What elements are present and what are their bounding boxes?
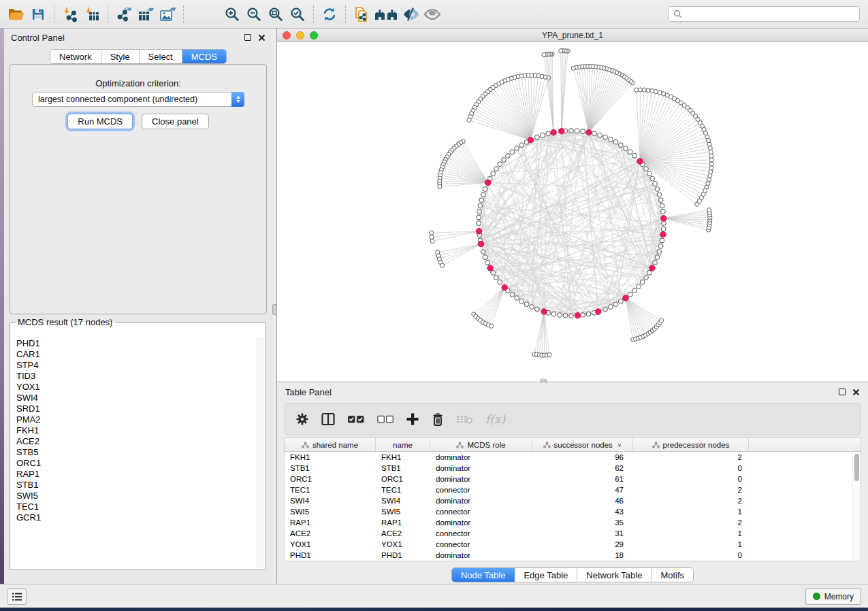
network-node[interactable] bbox=[575, 129, 579, 133]
network-node[interactable] bbox=[618, 299, 623, 303]
network-node[interactable] bbox=[640, 280, 645, 284]
network-node[interactable] bbox=[581, 313, 585, 318]
network-hub-node[interactable] bbox=[487, 265, 494, 271]
network-node[interactable] bbox=[642, 88, 646, 92]
network-node[interactable] bbox=[430, 239, 434, 243]
network-hub-node[interactable] bbox=[551, 129, 557, 135]
table-row[interactable]: SWI4SWI4dominator462 bbox=[285, 495, 861, 506]
network-node[interactable] bbox=[481, 250, 485, 254]
network-node[interactable] bbox=[483, 187, 487, 192]
zoom-fit-button[interactable] bbox=[265, 4, 287, 24]
table-cell[interactable]: ORC1 bbox=[376, 475, 430, 483]
network-node[interactable] bbox=[638, 88, 642, 92]
network-node[interactable] bbox=[498, 162, 502, 167]
table-cell[interactable]: connector bbox=[430, 508, 532, 516]
table-cell[interactable]: 43 bbox=[532, 508, 633, 516]
open-folder-button[interactable] bbox=[5, 4, 27, 24]
network-node[interactable] bbox=[477, 210, 482, 214]
network-node[interactable] bbox=[438, 184, 442, 188]
table-row[interactable]: RAP1RAP1dominator352 bbox=[285, 517, 861, 528]
zoom-out-button[interactable] bbox=[243, 4, 265, 24]
network-node[interactable] bbox=[603, 307, 608, 312]
zoom-in-button[interactable] bbox=[221, 4, 243, 24]
network-node[interactable] bbox=[647, 171, 652, 176]
network-node[interactable] bbox=[547, 352, 551, 357]
network-node[interactable] bbox=[558, 313, 562, 318]
save-session-button[interactable] bbox=[27, 4, 49, 24]
network-node[interactable] bbox=[551, 312, 556, 316]
network-node[interactable] bbox=[494, 276, 499, 280]
network-node[interactable] bbox=[506, 153, 511, 158]
export-table-button[interactable] bbox=[135, 4, 157, 24]
network-node[interactable] bbox=[658, 198, 663, 203]
mcds-result-list[interactable]: PHD1CAR1STP4TID3YOX1SWI4SRD1PMA2FKH1ACE2… bbox=[11, 337, 256, 568]
table-row[interactable]: STB1STB1dominator620 bbox=[285, 463, 861, 474]
table-cell[interactable]: 2 bbox=[633, 486, 749, 494]
network-node[interactable] bbox=[477, 215, 481, 220]
close-panel-button[interactable]: Close panel bbox=[142, 114, 209, 129]
mcds-list-scrollbar[interactable] bbox=[257, 337, 264, 568]
search-input[interactable] bbox=[686, 10, 854, 19]
table-cell[interactable]: ACE2 bbox=[376, 529, 430, 538]
delete-table-icon[interactable] bbox=[456, 413, 474, 425]
network-hub-node[interactable] bbox=[575, 312, 581, 318]
apply-layout-button[interactable] bbox=[319, 4, 340, 24]
network-node[interactable] bbox=[546, 131, 551, 136]
table-cell[interactable]: PHD1 bbox=[376, 551, 430, 559]
network-node[interactable] bbox=[708, 146, 712, 150]
table-cell[interactable]: dominator bbox=[430, 497, 532, 505]
table-cell[interactable]: SWI4 bbox=[376, 497, 430, 505]
network-node[interactable] bbox=[515, 296, 519, 301]
network-node[interactable] bbox=[592, 131, 596, 136]
network-node[interactable] bbox=[581, 129, 585, 134]
mcds-list-item[interactable]: GCR1 bbox=[16, 512, 256, 523]
table-cell[interactable]: SWI5 bbox=[376, 508, 430, 516]
network-node[interactable] bbox=[661, 227, 666, 231]
scrollbar-thumb[interactable] bbox=[854, 454, 859, 481]
duplicate-network-button[interactable] bbox=[351, 4, 372, 24]
table-cell[interactable]: dominator bbox=[430, 518, 532, 527]
network-node[interactable] bbox=[662, 221, 666, 226]
mcds-list-item[interactable]: STB1 bbox=[16, 480, 256, 491]
table-cell[interactable]: 47 bbox=[532, 486, 633, 494]
table-cell[interactable]: 2 bbox=[633, 453, 749, 461]
criterion-dropdown[interactable]: largest connected component (undirected) bbox=[32, 92, 244, 107]
network-node[interactable] bbox=[510, 292, 515, 297]
network-node[interactable] bbox=[541, 133, 545, 137]
mcds-list-item[interactable]: STP4 bbox=[16, 360, 256, 371]
table-row[interactable]: ACE2ACE2connector311 bbox=[285, 528, 861, 539]
table-cell[interactable]: 1 bbox=[633, 540, 749, 548]
export-network-button[interactable] bbox=[113, 4, 135, 24]
tab-select[interactable]: Select bbox=[139, 50, 182, 63]
network-node[interactable] bbox=[603, 135, 608, 139]
network-hub-node[interactable] bbox=[586, 129, 592, 135]
mcds-list-item[interactable]: ORC1 bbox=[16, 458, 256, 469]
network-node[interactable] bbox=[628, 150, 632, 154]
table-cell[interactable]: dominator bbox=[430, 464, 532, 472]
network-node[interactable] bbox=[654, 90, 658, 94]
network-node[interactable] bbox=[519, 143, 524, 148]
table-cell[interactable]: TEC1 bbox=[376, 486, 430, 494]
table-scrollbar[interactable] bbox=[852, 452, 860, 560]
mcds-list-item[interactable]: SWI4 bbox=[16, 393, 256, 403]
table-cell[interactable]: 1 bbox=[633, 529, 749, 538]
table-row[interactable]: SWI5SWI5connector431 bbox=[285, 506, 861, 517]
network-canvas[interactable] bbox=[277, 42, 868, 381]
network-node[interactable] bbox=[657, 193, 662, 197]
network-node[interactable] bbox=[430, 235, 434, 239]
network-node[interactable] bbox=[510, 150, 515, 154]
network-node[interactable] bbox=[478, 203, 483, 208]
table-cell[interactable]: TEC1 bbox=[285, 486, 376, 494]
table-cell[interactable]: connector bbox=[430, 540, 532, 548]
network-node[interactable] bbox=[632, 153, 637, 158]
network-node[interactable] bbox=[624, 146, 628, 151]
network-node[interactable] bbox=[707, 178, 711, 182]
network-hub-node[interactable] bbox=[661, 216, 667, 222]
column-header-mcds-role[interactable]: MCDS role bbox=[430, 438, 532, 451]
network-node[interactable] bbox=[632, 288, 637, 293]
network-node[interactable] bbox=[481, 193, 485, 197]
network-node[interactable] bbox=[535, 135, 540, 139]
network-hub-node[interactable] bbox=[478, 241, 484, 247]
columns-icon[interactable] bbox=[321, 412, 336, 426]
network-node[interactable] bbox=[440, 263, 445, 267]
